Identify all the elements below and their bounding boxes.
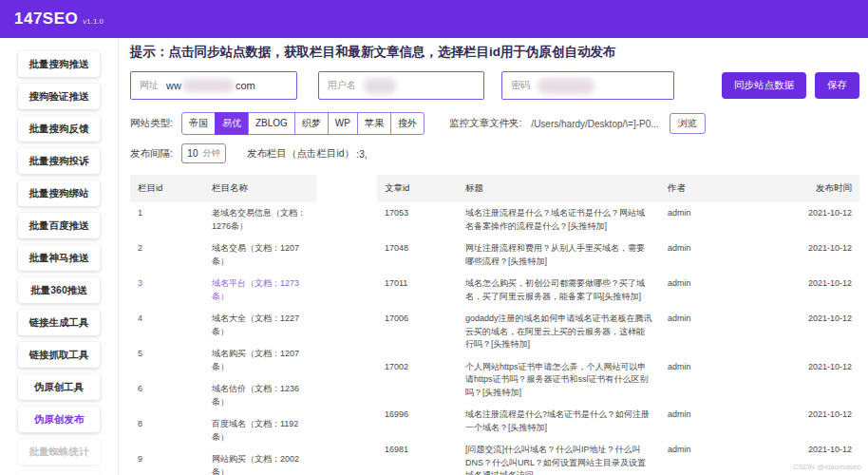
- table-row: 5域名购买（文档：1207条）: [130, 343, 316, 378]
- article-author-cell: admin: [660, 308, 736, 356]
- article-date-cell: 2021-10-12: [736, 238, 859, 273]
- column-id-cell[interactable]: 5: [130, 343, 204, 378]
- article-date-cell: 2021-10-12: [736, 273, 859, 308]
- article-id-cell: 16981: [377, 439, 458, 475]
- article-date-cell: 2021-10-12: [736, 202, 859, 238]
- column-id-cell[interactable]: 6: [130, 378, 204, 413]
- article-title-cell: 域名注册流程是什么？域名证书是什么？网站域名备案操作的流程是什么？[头推特加]: [458, 202, 660, 238]
- browse-button[interactable]: 浏览: [670, 113, 706, 134]
- table-row: 17053域名注册流程是什么？域名证书是什么？网站域名备案操作的流程是什么？[头…: [377, 202, 859, 238]
- site-type-option[interactable]: 苹果: [357, 112, 391, 135]
- article-author-cell: admin: [660, 404, 736, 439]
- article-id-cell: 16996: [377, 404, 458, 439]
- table-row: 1老域名交易信息（文档：1276条）: [130, 202, 316, 238]
- article-date-cell: 2021-10-12: [736, 404, 859, 439]
- article-title-cell: 域名注册流程是什么?域名证书是什么？如何注册一个域名？[头推特加]: [458, 404, 660, 439]
- sidebar-item[interactable]: 批量搜狗反馈: [18, 116, 100, 142]
- sidebar-item: 批量蜘蛛统计: [18, 439, 100, 465]
- columns-table-header-name: 栏目名称: [204, 175, 316, 202]
- username-input[interactable]: 用户名: [318, 71, 484, 100]
- articles-table-header-date: 发布时间: [736, 175, 859, 202]
- article-author-cell: admin: [660, 202, 736, 238]
- site-type-option[interactable]: ZBLOG: [248, 112, 295, 135]
- site-type-option[interactable]: 易优: [215, 112, 249, 135]
- sidebar-item[interactable]: 链接生成工具: [18, 310, 100, 335]
- sidebar-item[interactable]: 伪原创发布: [18, 407, 100, 432]
- table-row: 17002个人网站https证书申请怎么弄，个人网站可以申请https证书吗？服…: [377, 356, 859, 405]
- column-name-cell: 域名估价（文档：1236条）: [204, 378, 316, 413]
- masked-username-value: [364, 78, 396, 94]
- table-row: 2域名交易（文档：1207条）: [130, 238, 316, 273]
- columns-table-body: 1老域名交易信息（文档：1276条）2域名交易（文档：1207条）3域名平台（文…: [130, 202, 316, 475]
- app-header: 147SEO v1.1.0: [0, 0, 868, 38]
- site-type-option[interactable]: 搜外: [390, 112, 425, 135]
- credentials-row: 网址 ww com 用户名 密码 同步站点数据 保存: [130, 71, 859, 100]
- publish-column-value: :3,: [356, 148, 368, 160]
- site-type-label: 网站类型:: [130, 117, 173, 130]
- sidebar-item[interactable]: 伪原创工具: [18, 374, 100, 400]
- interval-unit: 分钟: [202, 147, 219, 160]
- site-url-value: ww com: [166, 79, 255, 92]
- articles-table-body: 17053域名注册流程是什么？域名证书是什么？网站域名备案操作的流程是什么？[头…: [377, 202, 859, 475]
- sidebar: 批量搜狗推送搜狗验证推送批量搜狗反馈批量搜狗投诉批量搜狗绑站批量百度推送批量神马…: [0, 38, 119, 475]
- sidebar-item[interactable]: 批量神马推送: [18, 245, 100, 271]
- column-name-cell: 域名大全（文档：1227条）: [204, 308, 316, 343]
- column-id-cell[interactable]: 8: [130, 413, 204, 448]
- column-id-cell[interactable]: 3: [130, 273, 204, 308]
- sidebar-item[interactable]: 批量搜狗投诉: [18, 148, 100, 174]
- save-button[interactable]: 保存: [815, 72, 859, 99]
- table-row: 3域名平台（文档：1273条）: [130, 273, 316, 308]
- monitor-folder-path: /Users/hardy/Desktop/\=]-P0...: [531, 119, 658, 129]
- sidebar-item: [18, 471, 100, 475]
- column-name-cell: 域名平台（文档：1273条）: [204, 273, 316, 308]
- articles-table: 文章id 标题 作者 发布时间 17053域名注册流程是什么？域名证书是什么？网…: [377, 175, 859, 475]
- article-date-cell: 2021-10-12: [736, 356, 859, 405]
- sidebar-item[interactable]: 批量搜狗推送: [18, 51, 100, 77]
- column-id-cell[interactable]: 2: [130, 238, 204, 273]
- column-name-cell: 老域名交易信息（文档：1276条）: [204, 202, 316, 238]
- publish-column-label: 发布栏目（点击栏目id）: [247, 147, 354, 161]
- article-author-cell: admin: [660, 356, 736, 405]
- table-row: 4域名大全（文档：1227条）: [130, 308, 316, 343]
- article-title-cell: 个人网站https证书申请怎么弄，个人网站可以申请https证书吗？服务器证书和…: [458, 356, 660, 405]
- monitor-folder-label: 监控文章文件夹:: [449, 117, 521, 130]
- app-version: v1.1.0: [83, 17, 104, 26]
- password-label: 密码: [511, 79, 530, 92]
- article-id-cell: 17002: [377, 356, 458, 405]
- site-type-segmented-control: 帝国易优ZBLOG织梦WP苹果搜外: [181, 112, 425, 135]
- interval-input[interactable]: 10 分钟: [181, 143, 226, 163]
- site-type-option[interactable]: WP: [328, 112, 358, 135]
- table-row: 16996域名注册流程是什么?域名证书是什么？如何注册一个域名？[头推特加]ad…: [377, 404, 859, 439]
- article-date-cell: 2021-10-12: [736, 308, 859, 356]
- article-title-cell: godaddy注册的域名如何申请域名证书老板在腾讯云买的域名，在阿里云上买的云服…: [458, 308, 660, 356]
- interval-row: 发布间隔: 10 分钟 发布栏目（点击栏目id） :3,: [130, 143, 859, 163]
- sidebar-item[interactable]: 批量搜狗绑站: [18, 180, 100, 206]
- articles-table-header-id: 文章id: [377, 175, 458, 202]
- hint-text: 提示：点击同步站点数据，获取栏目和最新文章信息，选择栏目id用于伪原创自动发布: [130, 44, 859, 61]
- site-type-option[interactable]: 帝国: [181, 112, 216, 135]
- column-id-cell[interactable]: 9: [130, 448, 204, 475]
- column-id-cell[interactable]: 1: [130, 202, 204, 238]
- sync-site-data-button[interactable]: 同步站点数据: [722, 72, 806, 99]
- articles-table-header-title: 标题: [458, 175, 660, 202]
- table-row: 17006godaddy注册的域名如何申请域名证书老板在腾讯云买的域名，在阿里云…: [377, 308, 859, 356]
- sidebar-item[interactable]: 批量百度推送: [18, 213, 100, 238]
- article-id-cell: 17053: [377, 202, 458, 238]
- table-row: 6域名估价（文档：1236条）: [130, 378, 316, 413]
- column-name-cell: 域名购买（文档：1207条）: [204, 343, 316, 378]
- password-input[interactable]: 密码: [501, 71, 674, 100]
- column-id-cell[interactable]: 4: [130, 308, 204, 343]
- table-row: 8百度域名（文档：1192条）: [130, 413, 316, 448]
- site-url-input[interactable]: 网址 ww com: [130, 71, 297, 100]
- main-panel: 提示：点击同步站点数据，获取栏目和最新文章信息，选择栏目id用于伪原创自动发布 …: [119, 38, 868, 475]
- app-title: 147SEO: [14, 10, 78, 28]
- sidebar-item[interactable]: 链接抓取工具: [18, 342, 100, 368]
- article-author-cell: admin: [660, 439, 736, 475]
- article-id-cell: 17011: [377, 273, 458, 308]
- sidebar-item[interactable]: 搜狗验证推送: [18, 84, 100, 109]
- column-name-cell: 网站购买（文档：2002条）: [204, 448, 316, 475]
- sidebar-item[interactable]: 批量360推送: [18, 277, 100, 303]
- site-type-option[interactable]: 织梦: [294, 112, 329, 135]
- site-url-label: 网址: [140, 79, 159, 92]
- columns-table-header-id: 栏目id: [130, 175, 204, 202]
